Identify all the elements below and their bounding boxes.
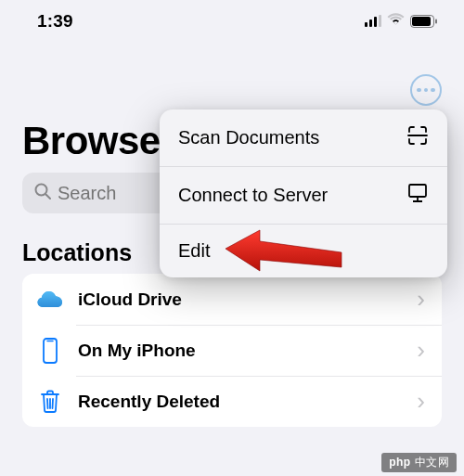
list-item-recently-deleted[interactable]: Recently Deleted › (22, 376, 442, 427)
locations-list: iCloud Drive › On My iPhone › Recently D… (22, 274, 442, 427)
svg-line-4 (46, 195, 51, 199)
menu-item-edit[interactable]: Edit (160, 224, 447, 277)
search-icon (33, 182, 52, 204)
menu-item-label: Edit (178, 240, 210, 262)
svg-line-7 (47, 399, 48, 408)
trash-icon (35, 390, 65, 414)
status-time: 1:39 (37, 11, 73, 32)
svg-rect-2 (435, 19, 437, 24)
wifi-icon (387, 13, 405, 30)
more-options-button[interactable] (410, 74, 442, 106)
menu-item-scan-documents[interactable]: Scan Documents (160, 109, 447, 166)
menu-item-connect-server[interactable]: Connect to Server (160, 166, 447, 224)
context-menu: Scan Documents Connect to Server Edit (160, 109, 447, 277)
svg-rect-1 (412, 17, 431, 26)
svg-line-9 (53, 399, 54, 408)
iphone-icon (35, 338, 65, 364)
menu-item-label: Connect to Server (178, 185, 328, 206)
list-item-iphone[interactable]: On My iPhone › (22, 325, 442, 376)
list-item-label: iCloud Drive (78, 289, 404, 310)
svg-rect-11 (409, 185, 426, 197)
menu-item-label: Scan Documents (178, 127, 319, 148)
icloud-icon (35, 290, 65, 309)
server-icon (406, 183, 429, 208)
svg-rect-5 (44, 339, 57, 363)
chevron-right-icon: › (417, 336, 429, 365)
chevron-right-icon: › (417, 387, 429, 416)
status-bar: 1:39 (0, 0, 464, 39)
list-item-label: On My iPhone (78, 341, 404, 361)
status-indicators (365, 13, 439, 30)
scan-icon (406, 125, 429, 150)
chevron-right-icon: › (417, 285, 429, 314)
cellular-signal-icon (365, 16, 382, 27)
list-item-label: Recently Deleted (78, 392, 404, 412)
battery-icon (410, 15, 438, 28)
list-item-icloud[interactable]: iCloud Drive › (22, 274, 442, 325)
watermark: php 中文网 (381, 453, 457, 472)
svg-point-3 (36, 185, 47, 196)
